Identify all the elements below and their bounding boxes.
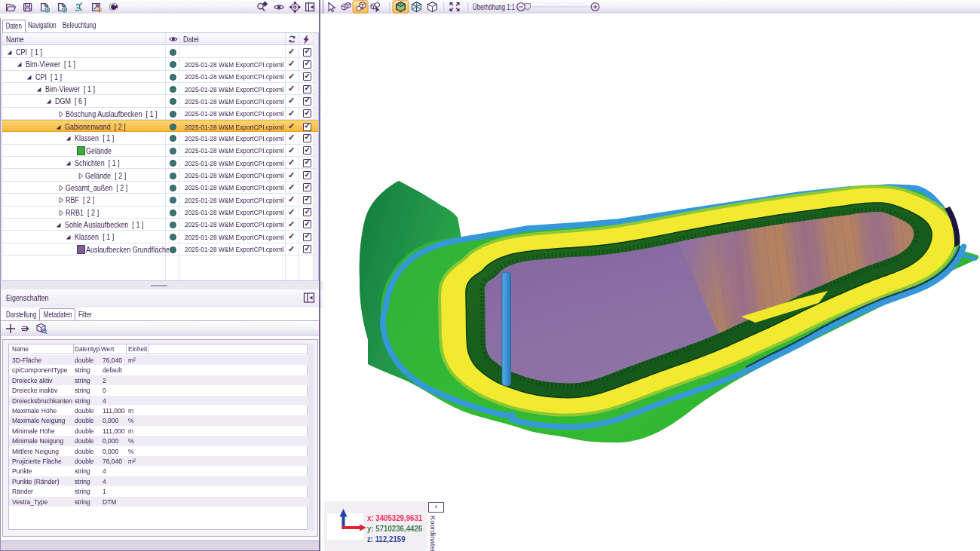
svg-text:Überhöhung 1:1: Überhöhung 1:1 — [473, 2, 515, 11]
